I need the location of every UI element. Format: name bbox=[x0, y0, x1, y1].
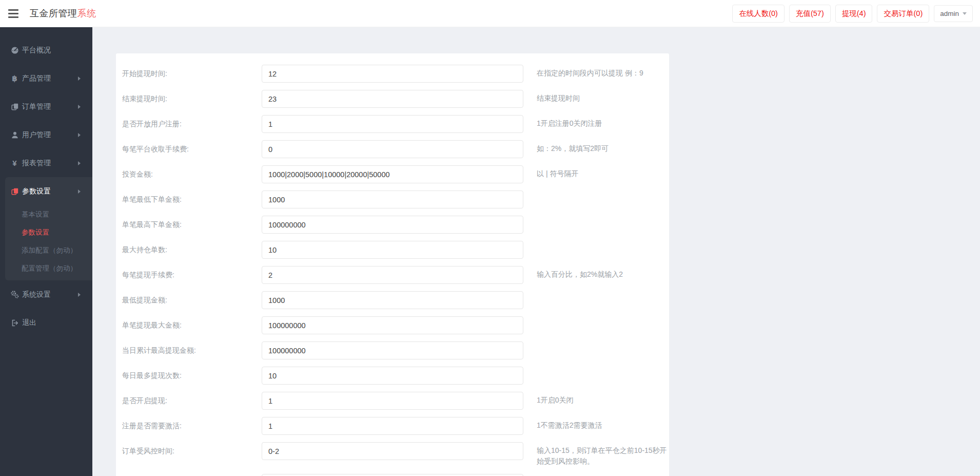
field-input[interactable] bbox=[262, 216, 523, 234]
sidebar-item-user-manage[interactable]: 用户管理 bbox=[0, 121, 92, 149]
sidebar-item-product-manage[interactable]: ฿ 产品管理 bbox=[0, 64, 92, 92]
field-input[interactable] bbox=[262, 266, 523, 284]
main-content: 开始提现时间: 在指定的时间段内可以提现 例：9 结束提现时间: 结束提现时间 … bbox=[92, 27, 980, 476]
field-input[interactable] bbox=[262, 417, 523, 435]
form-row: 当日累计最高提现金额: bbox=[122, 341, 669, 359]
recharge-button[interactable]: 充值(57) bbox=[789, 5, 831, 23]
field-help bbox=[537, 316, 669, 319]
online-users-button[interactable]: 在线人数(0) bbox=[732, 5, 785, 23]
topbar: 互金所管理系统 在线人数(0)充值(57)提现(4)交易订单(0) admin bbox=[0, 0, 980, 27]
field-help: 在指定的时间段内可以提现 例：9 bbox=[537, 65, 669, 79]
sidebar-item-param-settings[interactable]: 参数设置 bbox=[5, 177, 92, 205]
logout-icon bbox=[10, 318, 19, 327]
form-row: 最低提现金额: bbox=[122, 291, 669, 309]
field-help: 如：2%，就填写2即可 bbox=[537, 140, 669, 154]
form-row: 是否开放用户注册: 1开启注册0关闭注册 bbox=[122, 115, 669, 133]
field-help: 输入百分比，如2%就输入2 bbox=[537, 266, 669, 280]
field-input[interactable] bbox=[262, 241, 523, 259]
form-row: 每笔平台收取手续费: 如：2%，就填写2即可 bbox=[122, 140, 669, 158]
form-row: 订单受风控时间: 输入10-15，则订单在平仓之前10-15秒开始受到风控影响。 bbox=[122, 442, 669, 467]
field-input[interactable] bbox=[262, 316, 523, 334]
field-input[interactable] bbox=[262, 442, 523, 460]
field-label: 注册是否需要激活: bbox=[122, 417, 262, 435]
chevron-right-icon bbox=[78, 189, 81, 194]
sidebar-item-platform-overview[interactable]: 平台概况 bbox=[0, 36, 92, 64]
form-row: 开始提现时间: 在指定的时间段内可以提现 例：9 bbox=[122, 65, 669, 83]
field-input[interactable] bbox=[262, 341, 523, 359]
copy-icon bbox=[10, 187, 19, 196]
form-row: 每日最多提现次数: bbox=[122, 367, 669, 385]
settings-form-card: 开始提现时间: 在指定的时间段内可以提现 例：9 结束提现时间: 结束提现时间 … bbox=[116, 53, 669, 476]
form-row: 单笔提现最大金额: bbox=[122, 316, 669, 334]
field-label: 订单受风控时间: bbox=[122, 442, 262, 460]
sidebar-subitem-basic-settings[interactable]: 基本设置 bbox=[5, 205, 92, 223]
field-label: 单笔提现最大金额: bbox=[122, 316, 262, 334]
field-help bbox=[537, 291, 669, 294]
sidebar-subitem-add-config[interactable]: 添加配置（勿动） bbox=[5, 241, 92, 259]
field-label: 最低提现金额: bbox=[122, 291, 262, 309]
app-title: 互金所管理系统 bbox=[30, 7, 96, 20]
topbar-actions: 在线人数(0)充值(57)提现(4)交易订单(0) admin bbox=[732, 5, 973, 23]
sidebar-item-system-settings[interactable]: 系统设置 bbox=[0, 280, 92, 309]
form-row: 单笔最低下单金额: bbox=[122, 191, 669, 208]
trade-orders-button[interactable]: 交易订单(0) bbox=[877, 5, 929, 23]
sidebar-subitem-param-settings[interactable]: 参数设置 bbox=[5, 223, 92, 241]
yen-icon: ¥ bbox=[10, 159, 19, 167]
field-label: 单笔最高下单金额: bbox=[122, 216, 262, 234]
admin-username: admin bbox=[940, 10, 959, 17]
field-input[interactable] bbox=[262, 367, 523, 385]
sidebar: 平台概况 ฿ 产品管理 订单管理 用户管理 ¥ 报表管理 参数设置 基本设置参数… bbox=[0, 27, 92, 476]
sidebar-item-order-manage[interactable]: 订单管理 bbox=[0, 92, 92, 121]
admin-page: 互金所管理系统 在线人数(0)充值(57)提现(4)交易订单(0) admin … bbox=[0, 0, 980, 476]
field-label: 是否开启提现: bbox=[122, 392, 262, 410]
form-row: 投资金额: 以 | 符号隔开 bbox=[122, 165, 669, 183]
form-row: 每笔提现手续费: 输入百分比，如2%就输入2 bbox=[122, 266, 669, 284]
field-help bbox=[537, 474, 669, 476]
field-input[interactable] bbox=[262, 165, 523, 183]
form-row: 单笔最高下单金额: bbox=[122, 216, 669, 234]
field-label: 每日最多提现次数: bbox=[122, 367, 262, 385]
withdraw-button[interactable]: 提现(4) bbox=[835, 5, 873, 23]
field-input[interactable] bbox=[262, 65, 523, 83]
field-input[interactable] bbox=[262, 115, 523, 133]
bitcoin-icon: ฿ bbox=[10, 74, 19, 83]
field-label: 最大持仓单数: bbox=[122, 241, 262, 259]
field-help: 1开启0关闭 bbox=[537, 392, 669, 406]
sidebar-item-report-manage[interactable]: ¥ 报表管理 bbox=[0, 149, 92, 177]
chevron-right-icon bbox=[78, 161, 81, 165]
menu-toggle-icon[interactable] bbox=[8, 9, 18, 18]
form-row: 最大持仓单数: bbox=[122, 241, 669, 259]
field-input[interactable] bbox=[262, 392, 523, 410]
chevron-right-icon bbox=[78, 293, 81, 297]
field-help bbox=[537, 191, 669, 194]
field-help: 1不需激活2需要激活 bbox=[537, 417, 669, 431]
field-input[interactable] bbox=[262, 474, 523, 476]
form-row: 是否开启提现: 1开启0关闭 bbox=[122, 392, 669, 410]
field-input[interactable] bbox=[262, 291, 523, 309]
admin-menu-button[interactable]: admin bbox=[934, 5, 973, 22]
app-title-accent: 系统 bbox=[77, 8, 96, 18]
chevron-right-icon bbox=[78, 105, 81, 109]
sidebar-subitem-config-manage[interactable]: 配置管理（勿动） bbox=[5, 259, 92, 277]
field-label: 单笔最低下单金额: bbox=[122, 191, 262, 208]
app-title-main: 互金所管理 bbox=[30, 8, 77, 18]
sidebar-item-logout[interactable]: 退出 bbox=[0, 309, 92, 337]
field-input[interactable] bbox=[262, 90, 523, 108]
field-help bbox=[537, 216, 669, 219]
field-label: 每笔提现手续费: bbox=[122, 266, 262, 284]
form-row: 结束提现时间: 结束提现时间 bbox=[122, 90, 669, 108]
field-label: 每笔平台收取手续费: bbox=[122, 140, 262, 158]
dashboard-icon bbox=[10, 46, 19, 54]
field-help: 结束提现时间 bbox=[537, 90, 669, 104]
user-icon bbox=[10, 130, 19, 139]
field-help: 以 | 符号隔开 bbox=[537, 165, 669, 179]
field-input[interactable] bbox=[262, 140, 523, 158]
field-help bbox=[537, 367, 669, 370]
field-help: 输入10-15，则订单在平仓之前10-15秒开始受到风控影响。 bbox=[537, 442, 669, 467]
field-help bbox=[537, 241, 669, 244]
form-row bbox=[122, 474, 669, 476]
field-input[interactable] bbox=[262, 191, 523, 208]
field-label: 开始提现时间: bbox=[122, 65, 262, 83]
field-label: 当日累计最高提现金额: bbox=[122, 341, 262, 359]
field-label: 结束提现时间: bbox=[122, 90, 262, 108]
